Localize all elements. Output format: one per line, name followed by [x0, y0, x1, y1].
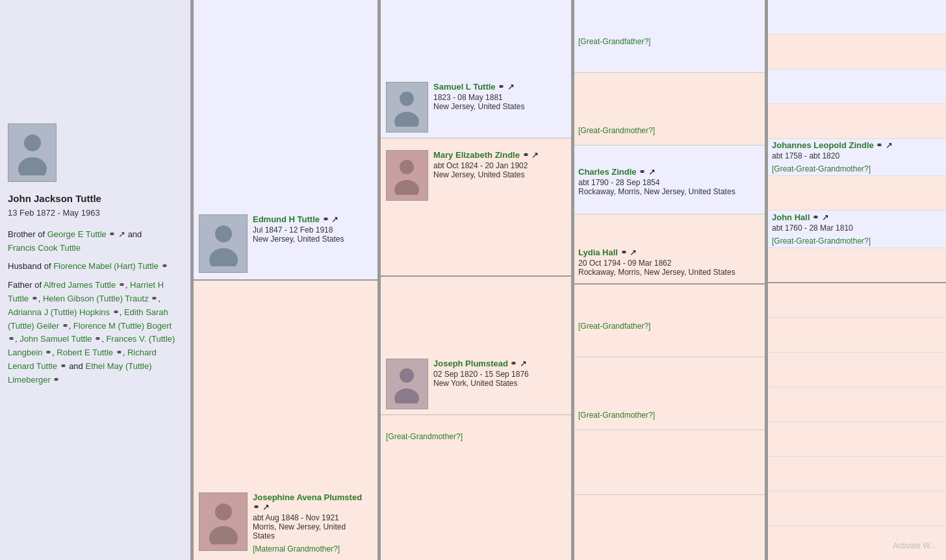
mat-gf-dates: 02 Sep 1820 - 15 Sep 1876: [433, 370, 529, 379]
pat-gm-location: New Jersey, United States: [433, 170, 539, 179]
pat-gf-section: Samuel L Tuttle ⚭ ↗ 1823 - 08 May 1881 N…: [381, 0, 571, 138]
child7-link[interactable]: John Samuel Tuttle: [19, 334, 92, 344]
gggp1: [768, 0, 946, 34]
mat-gf-section: Joseph Plumstead ⚭ ↗ 02 Sep 1820 - 15 Se…: [381, 277, 571, 415]
father-card: Edmund H Tuttle ⚭ ↗ Jul 1847 - 12 Feb 19…: [199, 214, 372, 273]
father-name-link[interactable]: Edmund H Tuttle: [253, 214, 320, 224]
svg-point-3: [209, 248, 238, 266]
father-location: New Jersey, United States: [253, 235, 344, 244]
ggp3-section: Charles Zindle ⚭ ↗ abt 1790 - 28 Sep 185…: [574, 146, 765, 215]
gggp7-label[interactable]: [Great-Great-Grandmother?]: [772, 236, 942, 246]
subject-wife: Husband of Florence Mabel (Hart) Tuttle …: [8, 260, 183, 274]
pat-gf-photo: [386, 82, 428, 133]
gggp7: John Hall ⚭ ↗ abt 1760 - 28 Mar 1810 [Gr…: [768, 210, 946, 248]
pat-gm-section: Mary Elizabeth Zindle ⚭ ↗ abt Oct 1824 -…: [381, 138, 571, 277]
mat-gm-placeholder[interactable]: [Great-Grandmother?]: [386, 432, 566, 441]
svg-point-9: [394, 180, 419, 195]
mother-name-link[interactable]: Josephine Avena Plumsted: [253, 492, 362, 502]
ggp6-section: [Great-Grandmother?]: [574, 357, 765, 430]
ggp4-section: Lydia Hall ⚭ ↗ 20 Oct 1794 - 09 Mar 1862…: [574, 214, 765, 285]
svg-point-6: [400, 92, 414, 106]
pat-gm-card: Mary Elizabeth Zindle ⚭ ↗ abt Oct 1824 -…: [386, 150, 566, 201]
watermark: Activate W...: [893, 541, 936, 550]
child9-link[interactable]: Robert E Tuttle: [57, 348, 113, 357]
ggp6-placeholder[interactable]: [Great-Grandmother?]: [578, 411, 761, 420]
brother-and: and: [128, 229, 142, 239]
gggp5-name-link[interactable]: Johannes Leopold Zindle: [772, 140, 874, 150]
father-info: Edmund H Tuttle ⚭ ↗ Jul 1847 - 12 Feb 19…: [248, 214, 344, 244]
gggp14: [768, 457, 946, 491]
svg-point-0: [24, 134, 41, 151]
mother-section: Josephine Avena Plumsted ⚭ ↗ abt Aug 184…: [194, 281, 377, 560]
gggp5-card: Johannes Leopold Zindle ⚭ ↗ abt 1758 - a…: [772, 140, 942, 173]
gggp12: [768, 387, 946, 422]
mat-gf-name-link[interactable]: Joseph Plumstead: [433, 359, 508, 368]
ggp3-location: Rockaway, Morris, New Jersey, United Sta…: [578, 187, 761, 196]
mother-photo: [199, 492, 248, 551]
gggp9: [768, 283, 946, 318]
gggp6: [768, 176, 946, 210]
pat-gf-dates: 1823 - 08 May 1881: [433, 93, 525, 102]
ggp2-section: [Great-Grandmother?]: [574, 73, 765, 146]
husband-prefix: Husband of: [8, 261, 51, 271]
svg-point-7: [394, 112, 419, 127]
gggp11: [768, 353, 946, 387]
mother-card: Josephine Avena Plumsted ⚭ ↗ abt Aug 184…: [199, 492, 372, 554]
ggp4-dates: 20 Oct 1794 - 09 Mar 1862: [578, 259, 761, 268]
subject-children: Father of Alfred James Tuttle ⚭, Harriet…: [8, 279, 183, 387]
wife-link[interactable]: Florence Mabel (Hart) Tuttle: [53, 261, 159, 271]
subject-dates: 13 Feb 1872 - May 1963: [8, 207, 183, 220]
child4-link[interactable]: Adrianna J (Tuttle) Hopkins: [8, 307, 110, 317]
child6-link[interactable]: Florence M (Tuttle) Bogert: [73, 321, 172, 331]
ggp2-placeholder[interactable]: [Great-Grandmother?]: [578, 126, 761, 135]
gggp-column: Johannes Leopold Zindle ⚭ ↗ abt 1758 - a…: [768, 0, 946, 560]
brother2-link[interactable]: Francis Cook Tuttle: [8, 243, 81, 253]
pat-gf-name-link[interactable]: Samuel L Tuttle: [433, 82, 496, 92]
ggp3-name-link[interactable]: Charles Zindle: [578, 167, 637, 177]
ggp-column: [Great-Grandfather?] [Great-Grandmother?…: [574, 0, 766, 560]
ggp1-placeholder[interactable]: [Great-Grandfather?]: [578, 37, 761, 46]
father-section: Edmund H Tuttle ⚭ ↗ Jul 1847 - 12 Feb 19…: [194, 0, 377, 281]
mat-gm-section: [Great-Grandmother?]: [381, 415, 571, 561]
mat-gf-info: Joseph Plumstead ⚭ ↗ 02 Sep 1820 - 15 Se…: [428, 359, 529, 388]
ggp5-placeholder[interactable]: [Great-Grandfather?]: [578, 322, 761, 331]
gggp13: [768, 422, 946, 457]
ggp5-section: [Great-Grandfather?]: [574, 285, 765, 357]
gggp5-label[interactable]: [Great-Great-Grandmother?]: [772, 164, 942, 173]
gggp7-name-link[interactable]: John Hall: [772, 212, 810, 222]
svg-point-5: [209, 526, 238, 544]
subject-photo: [8, 123, 57, 182]
ggp1-section: [Great-Grandfather?]: [574, 0, 765, 73]
mother-label[interactable]: [Maternal Grandmother?]: [253, 544, 366, 554]
ggp3-dates: abt 1790 - 28 Sep 1854: [578, 178, 761, 187]
gggp10: [768, 318, 946, 352]
ggp7-section: [574, 430, 765, 496]
mother-dates: abt Aug 1848 - Nov 1921: [253, 513, 366, 522]
parents-column: Edmund H Tuttle ⚭ ↗ Jul 1847 - 12 Feb 19…: [194, 0, 379, 560]
ggp3-card: Charles Zindle ⚭ ↗ abt 1790 - 28 Sep 185…: [578, 167, 761, 196]
subject-info: John Jackson Tuttle 13 Feb 1872 - May 19…: [8, 191, 183, 387]
gggp3: [768, 70, 946, 104]
ggp4-name-link[interactable]: Lydia Hall: [578, 248, 618, 257]
gggp8: [768, 248, 946, 283]
gggp4: [768, 104, 946, 138]
ggp8-section: [574, 495, 765, 560]
pat-gf-card: Samuel L Tuttle ⚭ ↗ 1823 - 08 May 1881 N…: [386, 82, 566, 133]
mother-icons: ⚭ ↗: [253, 502, 270, 512]
wife-icon: ⚭: [161, 261, 168, 271]
child1-link[interactable]: Alfred James Tuttle: [44, 280, 116, 290]
subject-brothers: Brother of George E Tuttle ⚭ ↗ and Franc…: [8, 228, 183, 255]
child3-link[interactable]: Helen Gibson (Tuttle) Trautz: [43, 294, 149, 303]
svg-point-1: [18, 157, 47, 175]
svg-point-10: [400, 368, 414, 383]
brother1-link[interactable]: George E Tuttle: [47, 229, 107, 239]
gggp7-dates: abt 1760 - 28 Mar 1810: [772, 223, 942, 233]
gggp7-card: John Hall ⚭ ↗ abt 1760 - 28 Mar 1810 [Gr…: [772, 212, 942, 246]
gggp5: Johannes Leopold Zindle ⚭ ↗ abt 1758 - a…: [768, 139, 946, 176]
svg-point-4: [215, 503, 232, 520]
icon1: ⚭ ↗: [109, 229, 127, 239]
father-icons: ⚭ ↗: [320, 214, 339, 224]
pat-gm-name-link[interactable]: Mary Elizabeth Zindle: [433, 150, 520, 160]
pat-gm-dates: abt Oct 1824 - 20 Jan 1902: [433, 161, 539, 170]
mother-info: Josephine Avena Plumsted ⚭ ↗ abt Aug 184…: [248, 492, 366, 554]
